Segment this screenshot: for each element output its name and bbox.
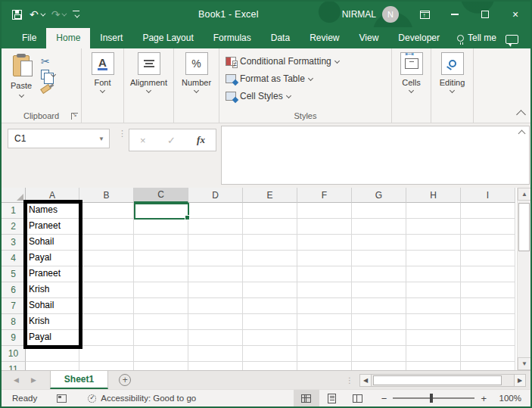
- row-header-6[interactable]: 6: [2, 282, 26, 298]
- cell-F7[interactable]: [297, 298, 352, 314]
- cell-G1[interactable]: [352, 203, 406, 219]
- cell-G11[interactable]: [352, 362, 406, 370]
- cell-I5[interactable]: [461, 266, 515, 282]
- cell-G10[interactable]: [352, 346, 406, 362]
- cell-E2[interactable]: [243, 219, 297, 235]
- font-group[interactable]: A Font: [82, 48, 124, 123]
- cell-I9[interactable]: [461, 330, 515, 346]
- cell-H2[interactable]: [406, 219, 461, 235]
- copy-dropdown-icon[interactable]: [51, 71, 56, 76]
- cell-F5[interactable]: [297, 266, 352, 282]
- cell-I6[interactable]: [461, 282, 515, 298]
- cell-E4[interactable]: [243, 251, 297, 266]
- page-break-view-button[interactable]: [345, 390, 371, 407]
- cell-G3[interactable]: [352, 235, 406, 251]
- scroll-right-icon[interactable]: ▶: [514, 374, 526, 387]
- select-all-corner[interactable]: [2, 188, 26, 203]
- cell-G6[interactable]: [352, 282, 406, 298]
- tab-page-layout[interactable]: Page Layout: [132, 28, 203, 48]
- cell-I1[interactable]: [461, 203, 515, 219]
- row-header-10[interactable]: 10: [2, 346, 26, 362]
- new-sheet-icon[interactable]: +: [119, 374, 131, 386]
- cell-B2[interactable]: [79, 219, 134, 235]
- cell-H9[interactable]: [406, 330, 461, 346]
- cells-dropdown-icon[interactable]: [409, 88, 414, 93]
- row-header-9[interactable]: 9: [2, 330, 26, 346]
- column-header-H[interactable]: H: [406, 188, 461, 203]
- column-header-B[interactable]: B: [79, 188, 134, 203]
- page-layout-view-button[interactable]: [319, 390, 345, 407]
- cell-B8[interactable]: [79, 314, 134, 330]
- normal-view-button[interactable]: [294, 390, 319, 407]
- cell-B6[interactable]: [79, 282, 134, 298]
- cell-F4[interactable]: [297, 251, 352, 266]
- user-name[interactable]: NIRMAL: [342, 9, 376, 20]
- clipboard-dialog-launcher-icon[interactable]: [71, 113, 78, 120]
- cell-B3[interactable]: [79, 235, 134, 251]
- cell-C4[interactable]: [134, 251, 188, 266]
- tab-review[interactable]: Review: [300, 28, 349, 48]
- cell-C2[interactable]: [134, 219, 188, 235]
- zoom-slider-thumb[interactable]: [430, 394, 433, 403]
- alignment-group[interactable]: Alignment: [124, 48, 174, 123]
- editing-dropdown-icon[interactable]: [450, 88, 455, 93]
- row-header-4[interactable]: 4: [2, 251, 26, 266]
- cell-D7[interactable]: [188, 298, 243, 314]
- cell-F2[interactable]: [297, 219, 352, 235]
- cell-E8[interactable]: [243, 314, 297, 330]
- cell-G9[interactable]: [352, 330, 406, 346]
- number-dropdown-icon[interactable]: [194, 88, 199, 93]
- tab-home[interactable]: Home: [46, 28, 90, 48]
- zoom-in-icon[interactable]: +: [481, 393, 487, 404]
- cell-B1[interactable]: [79, 203, 134, 219]
- cell-D4[interactable]: [188, 251, 243, 266]
- cell-E11[interactable]: [243, 362, 297, 370]
- undo-icon[interactable]: ↶: [30, 8, 44, 20]
- number-group[interactable]: % Number: [174, 48, 219, 123]
- cut-icon[interactable]: ✂: [41, 57, 55, 66]
- cell-C6[interactable]: [134, 282, 188, 298]
- tab-data[interactable]: Data: [261, 28, 300, 48]
- tab-file[interactable]: File: [12, 28, 46, 48]
- cell-F3[interactable]: [297, 235, 352, 251]
- save-icon[interactable]: [12, 10, 22, 20]
- column-header-I[interactable]: I: [461, 188, 515, 203]
- tell-me-box[interactable]: Tell me: [450, 28, 504, 48]
- font-dropdown-icon[interactable]: [100, 88, 105, 93]
- formula-input[interactable]: [221, 126, 530, 185]
- comments-icon[interactable]: [506, 35, 518, 44]
- cell-G5[interactable]: [352, 266, 406, 282]
- cell-D9[interactable]: [188, 330, 243, 346]
- cell-B10[interactable]: [79, 346, 134, 362]
- cell-C5[interactable]: [134, 266, 188, 282]
- cell-B7[interactable]: [79, 298, 134, 314]
- scroll-left-icon[interactable]: ◀: [359, 374, 372, 387]
- cell-F8[interactable]: [297, 314, 352, 330]
- cell-E7[interactable]: [243, 298, 297, 314]
- alignment-dropdown-icon[interactable]: [146, 88, 151, 93]
- cell-E1[interactable]: [243, 203, 297, 219]
- cell-H11[interactable]: [406, 362, 461, 370]
- cell-B5[interactable]: [79, 266, 134, 282]
- cell-A11[interactable]: [26, 362, 79, 370]
- format-as-table-button[interactable]: Format as Table: [226, 70, 391, 87]
- cell-B11[interactable]: [79, 362, 134, 370]
- row-header-5[interactable]: 5: [2, 266, 26, 282]
- row-header-1[interactable]: 1: [2, 203, 26, 219]
- cell-D11[interactable]: [188, 362, 243, 370]
- cell-F9[interactable]: [297, 330, 352, 346]
- cell-D1[interactable]: [188, 203, 243, 219]
- cell-H6[interactable]: [406, 282, 461, 298]
- row-header-11[interactable]: 11: [2, 362, 26, 370]
- tab-developer[interactable]: Developer: [388, 28, 450, 48]
- accessibility-status[interactable]: Accessibility: Good to go: [101, 394, 196, 403]
- sheet-nav-right-icon[interactable]: ▶: [31, 376, 36, 384]
- cell-E9[interactable]: [243, 330, 297, 346]
- cell-F11[interactable]: [297, 362, 352, 370]
- cell-E6[interactable]: [243, 282, 297, 298]
- cell-I11[interactable]: [461, 362, 515, 370]
- cell-D6[interactable]: [188, 282, 243, 298]
- conditional-formatting-button[interactable]: Conditional Formatting: [226, 52, 391, 70]
- cell-G2[interactable]: [352, 219, 406, 235]
- enter-icon[interactable]: ✓: [167, 135, 176, 146]
